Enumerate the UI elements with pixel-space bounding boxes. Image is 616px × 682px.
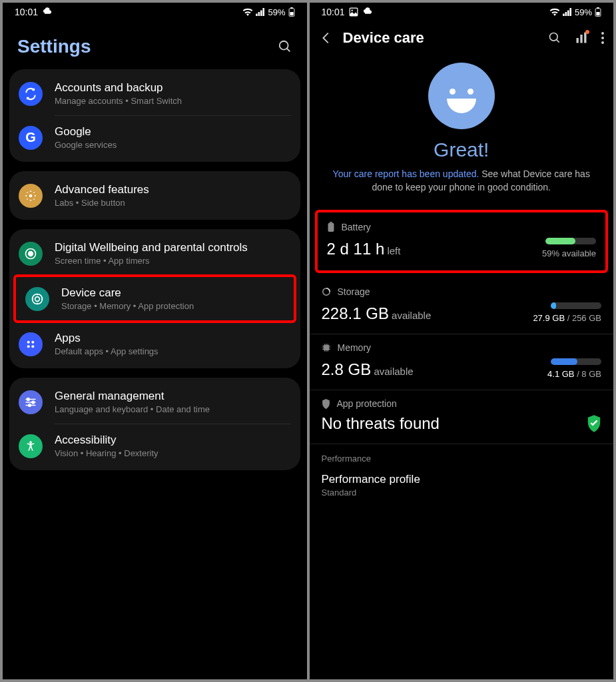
item-icon xyxy=(19,184,43,208)
item-subtitle: Google services xyxy=(55,140,291,150)
svg-rect-24 xyxy=(596,12,599,15)
performance-profile-sub: Standard xyxy=(322,488,602,498)
settings-item-accessibility[interactable]: AccessibilityVision • Hearing • Dexterit… xyxy=(9,424,300,468)
svg-point-31 xyxy=(601,37,604,39)
svg-point-8 xyxy=(35,296,40,301)
settings-item-general-management[interactable]: General managementLanguage and keyboard … xyxy=(9,380,300,424)
battery-icon xyxy=(288,7,295,17)
storage-bar xyxy=(551,302,601,309)
status-battery-pct: 59% xyxy=(575,7,592,17)
svg-point-30 xyxy=(601,32,604,35)
svg-rect-27 xyxy=(577,38,579,43)
more-icon[interactable] xyxy=(601,32,604,44)
item-subtitle: Default apps • App settings xyxy=(55,346,291,356)
settings-group: Advanced featuresLabs • Side button xyxy=(9,171,300,220)
item-title: Digital Wellbeing and parental controls xyxy=(55,241,291,254)
svg-point-7 xyxy=(33,294,43,304)
item-icon xyxy=(25,287,49,311)
app-protection-status: No threats found xyxy=(322,414,440,433)
settings-item-apps[interactable]: AppsDefault apps • App settings xyxy=(9,322,300,366)
item-subtitle: Language and keyboard • Date and time xyxy=(55,404,291,414)
page-title: Device care xyxy=(343,29,539,47)
svg-point-19 xyxy=(29,441,32,444)
status-battery-pct: 59% xyxy=(268,7,285,17)
svg-point-16 xyxy=(27,398,29,400)
svg-rect-29 xyxy=(584,33,586,43)
item-icon xyxy=(19,242,43,266)
storage-free: 228.1 GB xyxy=(322,304,389,322)
battery-section[interactable]: Battery 2 d 11 h left 59% available xyxy=(315,210,609,273)
signal-icon xyxy=(563,8,572,16)
item-subtitle: Storage • Memory • App protection xyxy=(61,301,284,311)
status-time: 10:01 xyxy=(15,7,38,17)
item-subtitle: Manage accounts • Smart Switch xyxy=(55,96,291,106)
back-icon[interactable] xyxy=(319,31,334,45)
settings-group: Accounts and backupManage accounts • Sma… xyxy=(9,69,300,162)
status-bar: 10:01 59% xyxy=(3,3,307,20)
signal-icon xyxy=(256,8,265,16)
svg-rect-28 xyxy=(580,35,582,43)
status-time: 10:01 xyxy=(322,7,345,17)
battery-time: 2 d 11 h xyxy=(327,240,385,258)
settings-item-advanced-features[interactable]: Advanced featuresLabs • Side button xyxy=(9,174,300,217)
svg-point-32 xyxy=(601,41,604,44)
settings-item-accounts-and-backup[interactable]: Accounts and backupManage accounts • Sma… xyxy=(9,72,300,115)
shield-icon xyxy=(322,399,330,409)
weather-icon xyxy=(42,7,53,17)
settings-header: Settings xyxy=(3,20,307,69)
device-care-content: Device care Great! Your care report has … xyxy=(310,20,614,679)
memory-icon xyxy=(322,343,331,352)
care-description: Your care report has been updated. See w… xyxy=(323,168,601,194)
app-protection-label: App protection xyxy=(337,398,397,409)
svg-point-21 xyxy=(351,10,352,11)
battery-label: Battery xyxy=(342,222,371,232)
wifi-icon xyxy=(242,8,253,16)
storage-icon xyxy=(322,287,331,296)
battery-icon xyxy=(595,7,601,17)
stats-icon[interactable] xyxy=(575,31,588,45)
status-bar: 10:01 59% xyxy=(310,3,614,20)
svg-rect-2 xyxy=(290,12,293,15)
performance-header: Performance xyxy=(310,444,614,469)
item-icon xyxy=(19,82,43,106)
item-title: Google xyxy=(55,125,291,139)
performance-profile-item[interactable]: Performance profile Standard xyxy=(310,469,614,507)
svg-point-11 xyxy=(27,345,30,348)
item-title: Apps xyxy=(55,332,291,345)
settings-content: Settings Accounts and backupManage accou… xyxy=(3,20,307,679)
device-care-screen: 10:01 59% Device care Great! xyxy=(310,3,614,679)
storage-section[interactable]: Storage 228.1 GB available 27.9 GB / 256… xyxy=(310,278,614,334)
svg-rect-34 xyxy=(328,223,334,232)
settings-group: General managementLanguage and keyboard … xyxy=(9,378,300,470)
search-icon[interactable] xyxy=(278,39,292,54)
settings-item-device-care[interactable]: Device careStorage • Memory • App protec… xyxy=(13,274,296,323)
image-icon xyxy=(349,7,358,17)
settings-group: Digital Wellbeing and parental controlsS… xyxy=(9,229,300,368)
memory-free: 2.8 GB xyxy=(322,360,372,378)
svg-point-12 xyxy=(31,345,34,348)
svg-line-4 xyxy=(286,49,290,52)
care-report-link[interactable]: Your care report has been updated. xyxy=(333,169,479,179)
svg-rect-36 xyxy=(323,345,328,350)
item-title: Accessibility xyxy=(55,434,291,447)
svg-point-10 xyxy=(31,340,34,343)
search-icon[interactable] xyxy=(548,31,561,45)
device-care-header: Device care xyxy=(310,20,614,53)
app-protection-section[interactable]: App protection No threats found xyxy=(310,390,614,444)
performance-profile-title: Performance profile xyxy=(322,473,602,486)
storage-used: 27.9 GB / 256 GB xyxy=(533,313,601,323)
wifi-icon xyxy=(549,8,560,16)
memory-section[interactable]: Memory 2.8 GB available 4.1 GB / 8 GB xyxy=(310,334,614,390)
page-title: Settings xyxy=(17,36,91,57)
item-icon xyxy=(19,332,43,356)
settings-item-digital-wellbeing-and-parental-controls[interactable]: Digital Wellbeing and parental controlsS… xyxy=(9,232,300,275)
memory-label: Memory xyxy=(338,342,372,353)
item-title: Accounts and backup xyxy=(55,81,291,95)
battery-available: 59% available xyxy=(542,248,596,258)
battery-icon xyxy=(327,222,335,232)
weather-icon xyxy=(362,7,373,17)
svg-point-18 xyxy=(29,404,31,406)
svg-point-5 xyxy=(29,194,33,197)
item-subtitle: Vision • Hearing • Dexterity xyxy=(55,448,291,458)
settings-item-google[interactable]: GGoogleGoogle services xyxy=(9,116,300,159)
